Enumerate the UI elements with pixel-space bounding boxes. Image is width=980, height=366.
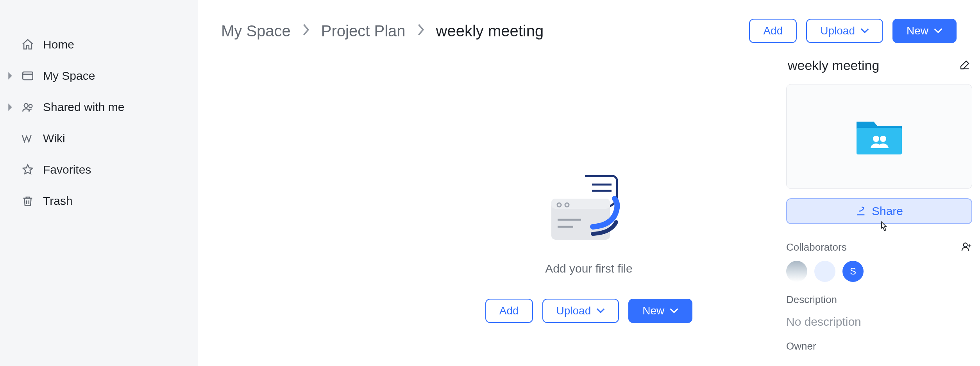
wiki-icon <box>21 132 34 145</box>
button-label: Add <box>499 305 519 317</box>
svg-point-14 <box>964 243 967 247</box>
sidebar-item-wiki[interactable]: Wiki <box>0 123 198 154</box>
chevron-down-icon <box>670 308 678 314</box>
main: My Space Project Plan weekly meeting Add… <box>198 0 980 366</box>
expand-caret[interactable] <box>6 72 14 80</box>
svg-rect-11 <box>857 128 902 154</box>
breadcrumb-item[interactable]: Project Plan <box>321 22 406 40</box>
collaborators-header: Collaborators <box>786 240 972 254</box>
add-collaborator-icon[interactable] <box>960 240 972 254</box>
breadcrumb-current: weekly meeting <box>436 22 544 40</box>
folder-thumbnail <box>786 84 972 189</box>
sidebar-item-label: Wiki <box>43 132 65 145</box>
sidebar-item-label: Shared with me <box>43 100 124 114</box>
svg-point-1 <box>24 104 28 108</box>
chevron-right-icon <box>302 22 310 40</box>
star-icon <box>21 163 34 176</box>
sidebar-item-my-space[interactable]: My Space <box>0 60 198 92</box>
topbar: My Space Project Plan weekly meeting Add… <box>221 19 957 43</box>
share-button[interactable]: Share <box>786 198 972 224</box>
pointer-cursor-icon <box>878 221 889 236</box>
avatar[interactable] <box>786 261 807 282</box>
svg-point-2 <box>29 104 32 108</box>
space-icon <box>21 69 34 83</box>
svg-rect-0 <box>23 72 33 80</box>
shared-folder-icon <box>854 115 904 158</box>
top-actions: Add Upload New <box>749 19 957 43</box>
svg-point-12 <box>873 136 879 142</box>
sidebar-item-home[interactable]: Home <box>0 29 198 60</box>
upload-button[interactable]: Upload <box>806 19 883 43</box>
empty-caption: Add your first file <box>545 262 632 275</box>
avatar[interactable]: S <box>842 261 864 282</box>
empty-illustration-icon <box>538 168 640 246</box>
sidebar: Home My Space Shared with me <box>0 0 198 366</box>
home-icon <box>21 38 34 51</box>
people-icon <box>21 100 34 114</box>
sidebar-item-label: My Space <box>43 69 95 83</box>
sidebar-item-label: Trash <box>43 194 73 208</box>
edit-icon[interactable] <box>959 59 971 72</box>
add-button[interactable]: Add <box>749 19 797 43</box>
upload-button[interactable]: Upload <box>542 299 619 323</box>
details-header: weekly meeting <box>786 58 972 73</box>
sidebar-item-label: Home <box>43 38 74 51</box>
section-label: Collaborators <box>786 241 847 253</box>
button-label: New <box>642 305 664 317</box>
empty-state: Add your first file Add Upload New <box>452 168 726 323</box>
button-label: New <box>907 25 928 37</box>
button-label: Add <box>763 25 783 37</box>
section-label: Description <box>786 294 972 306</box>
sidebar-item-shared[interactable]: Shared with me <box>0 92 198 123</box>
section-label: Owner <box>786 340 972 352</box>
chevron-down-icon <box>596 308 605 314</box>
button-label: Share <box>872 205 903 218</box>
avatar[interactable] <box>814 261 835 282</box>
button-label: Upload <box>556 305 591 317</box>
details-panel: weekly meeting <box>786 58 972 359</box>
trash-icon <box>21 194 34 208</box>
chevron-down-icon <box>860 28 869 34</box>
svg-point-13 <box>880 136 886 142</box>
chevron-right-icon <box>417 22 425 40</box>
breadcrumb: My Space Project Plan weekly meeting <box>221 22 544 40</box>
app-root: Home My Space Shared with me <box>0 0 980 366</box>
breadcrumb-item[interactable]: My Space <box>221 22 291 40</box>
sidebar-item-trash[interactable]: Trash <box>0 185 198 217</box>
add-button[interactable]: Add <box>485 299 533 323</box>
button-label: Upload <box>820 25 855 37</box>
new-button[interactable]: New <box>628 299 692 323</box>
description-value: No description <box>786 315 972 328</box>
details-title: weekly meeting <box>788 58 879 73</box>
chevron-down-icon <box>934 28 942 34</box>
sidebar-item-label: Favorites <box>43 163 91 176</box>
sidebar-item-favorites[interactable]: Favorites <box>0 154 198 185</box>
expand-caret[interactable] <box>6 103 14 111</box>
new-button[interactable]: New <box>892 19 957 43</box>
empty-actions: Add Upload New <box>485 299 693 323</box>
collaborator-avatars: S <box>786 261 972 282</box>
